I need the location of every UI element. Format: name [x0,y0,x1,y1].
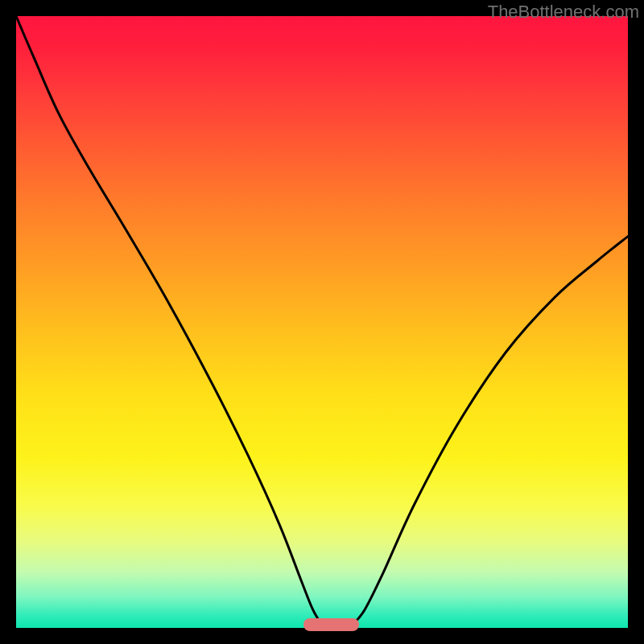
optimum-marker [303,618,358,631]
curve-left [16,16,322,625]
plot-area [16,16,628,628]
curve-layer [16,16,628,628]
watermark-text: TheBottleneck.com [488,2,639,23]
curve-right [353,237,628,625]
